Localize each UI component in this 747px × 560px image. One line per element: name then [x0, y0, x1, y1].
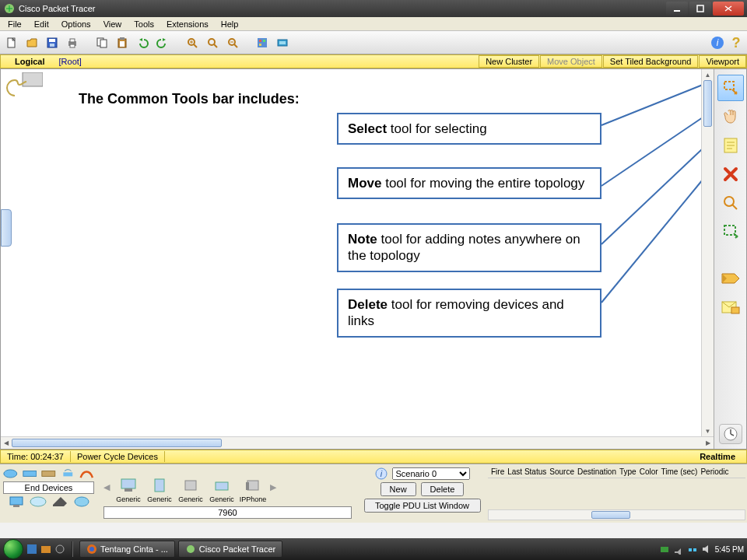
copy-icon[interactable] — [93, 34, 110, 51]
breadcrumb-root[interactable]: [Root] — [59, 57, 82, 66]
sim-time: Time: 00:24:37 — [1, 451, 71, 462]
resize-tool[interactable] — [717, 219, 744, 245]
zoom-out-icon[interactable] — [224, 34, 241, 51]
custom-icon[interactable] — [51, 495, 68, 508]
col-color[interactable]: Color — [640, 467, 658, 476]
col-last-status[interactable]: Last Status — [507, 467, 546, 476]
help-icon[interactable]: ? — [728, 35, 744, 51]
new-file-icon[interactable] — [3, 34, 20, 51]
print-icon[interactable] — [64, 34, 81, 51]
window-close-button[interactable] — [713, 2, 744, 16]
callout-note: Note tool for adding notes anywhere on t… — [337, 223, 601, 272]
zoom-in-icon[interactable] — [184, 34, 201, 51]
quick-launch-icon-3[interactable] — [54, 544, 65, 555]
device-generic-4[interactable]: Generic — [208, 471, 236, 503]
redo-icon[interactable] — [154, 34, 171, 51]
undo-icon[interactable] — [134, 34, 151, 51]
taskbar-item-packet-tracer[interactable]: Cisco Packet Tracer — [178, 541, 282, 558]
move-object-button[interactable]: Move Object — [540, 55, 602, 68]
svg-rect-14 — [120, 41, 124, 47]
note-tool[interactable] — [717, 132, 744, 159]
start-button[interactable] — [3, 539, 23, 559]
device-generic-2[interactable]: Generic — [146, 471, 174, 503]
hubs-icon[interactable] — [41, 467, 56, 480]
open-file-icon[interactable] — [23, 34, 40, 51]
quick-launch-icon-1[interactable] — [26, 544, 37, 555]
col-fire[interactable]: Fire — [491, 467, 504, 476]
tray-volume-icon[interactable] — [701, 544, 712, 555]
move-tool[interactable] — [717, 103, 744, 130]
device-generic-1[interactable]: Generic — [114, 471, 142, 503]
switches-icon[interactable] — [23, 467, 37, 480]
palette-icon[interactable] — [254, 34, 271, 51]
viewport-button[interactable]: Viewport — [699, 55, 746, 68]
svg-rect-5 — [49, 39, 55, 42]
col-source[interactable]: Source — [549, 467, 574, 476]
svg-rect-61 — [247, 481, 258, 490]
zoom-reset-icon[interactable] — [204, 34, 221, 51]
physical-tab-handle[interactable] — [1, 209, 12, 247]
navigation-thumbnail[interactable] — [4, 72, 43, 99]
routers-icon[interactable] — [3, 467, 18, 480]
vertical-scrollbar[interactable]: ▲▼ — [701, 69, 714, 436]
menu-options[interactable]: Options — [55, 19, 97, 30]
col-periodic[interactable]: Periodic — [700, 467, 728, 476]
menu-extensions[interactable]: Extensions — [160, 19, 215, 30]
device-ipphone[interactable]: IPPhone — [239, 471, 267, 503]
inspect-tool[interactable] — [717, 190, 744, 216]
simulation-tab-handle[interactable] — [719, 424, 742, 444]
set-tiled-background-button[interactable]: Set Tiled Background — [603, 55, 699, 68]
select-tool[interactable] — [717, 75, 744, 101]
svg-point-70 — [187, 545, 195, 553]
taskbar-item-tentang-cinta[interactable]: Tentang Cinta - ... — [79, 541, 175, 558]
end-devices-icon[interactable] — [8, 495, 25, 508]
logical-tab[interactable]: Logical — [1, 56, 59, 67]
connections-icon[interactable] — [79, 467, 94, 480]
menu-file[interactable]: File — [2, 19, 28, 30]
info-icon[interactable]: i — [710, 35, 725, 51]
menu-view[interactable]: View — [97, 19, 128, 30]
tray-icon-1[interactable] — [659, 544, 670, 555]
col-destination[interactable]: Destination — [577, 467, 616, 476]
add-complex-pdu-tool[interactable] — [717, 294, 744, 320]
delete-scenario-button[interactable]: Delete — [421, 482, 465, 496]
window-minimize-button[interactable] — [666, 2, 688, 16]
svg-rect-8 — [70, 39, 75, 42]
device-generic-3[interactable]: Generic — [177, 471, 205, 503]
power-cycle-button[interactable]: Power Cycle Devices — [71, 451, 165, 462]
custom-device-icon[interactable] — [274, 34, 291, 51]
new-scenario-button[interactable]: New — [381, 482, 416, 496]
wan-icon[interactable] — [30, 495, 47, 508]
clock[interactable]: 5:45 PM — [715, 545, 744, 554]
window-maximize-button[interactable] — [689, 2, 711, 16]
svg-rect-73 — [693, 548, 696, 551]
menu-edit[interactable]: Edit — [28, 19, 55, 30]
svg-text:?: ? — [732, 36, 741, 50]
toggle-pdu-window-button[interactable]: Toggle PDU List Window — [364, 499, 481, 513]
paste-icon[interactable] — [114, 34, 131, 51]
col-type[interactable]: Type — [619, 467, 637, 476]
device-model-label: 7960 — [103, 506, 352, 519]
menu-tools[interactable]: Tools — [128, 19, 160, 30]
svg-rect-51 — [63, 472, 72, 476]
time-bar: Time: 00:24:37 Power Cycle Devices Realt… — [0, 450, 747, 464]
new-cluster-button[interactable]: New Cluster — [479, 55, 539, 68]
wireless-icon[interactable] — [61, 467, 75, 480]
col-time[interactable]: Time (sec) — [661, 467, 698, 476]
pdu-horizontal-scrollbar[interactable] — [488, 509, 745, 520]
delete-tool[interactable] — [717, 161, 744, 187]
multiuser-icon[interactable] — [73, 495, 90, 508]
scenario-select[interactable]: Scenario 0 — [392, 467, 470, 480]
horizontal-scrollbar[interactable]: ◀▶ — [1, 436, 714, 449]
quick-launch-icon-2[interactable] — [40, 544, 51, 555]
tray-icon-2[interactable] — [673, 544, 684, 555]
canvas[interactable]: The Common Tools bar includes: Select to… — [1, 69, 714, 436]
realtime-tab[interactable]: Realtime — [689, 451, 746, 462]
svg-line-31 — [601, 85, 703, 125]
svg-rect-58 — [155, 479, 164, 492]
tray-network-icon[interactable] — [687, 544, 698, 555]
add-simple-pdu-tool[interactable] — [717, 265, 744, 292]
menu-help[interactable]: Help — [215, 19, 245, 30]
system-tray[interactable]: 5:45 PM — [659, 544, 744, 555]
save-icon[interactable] — [44, 34, 61, 51]
